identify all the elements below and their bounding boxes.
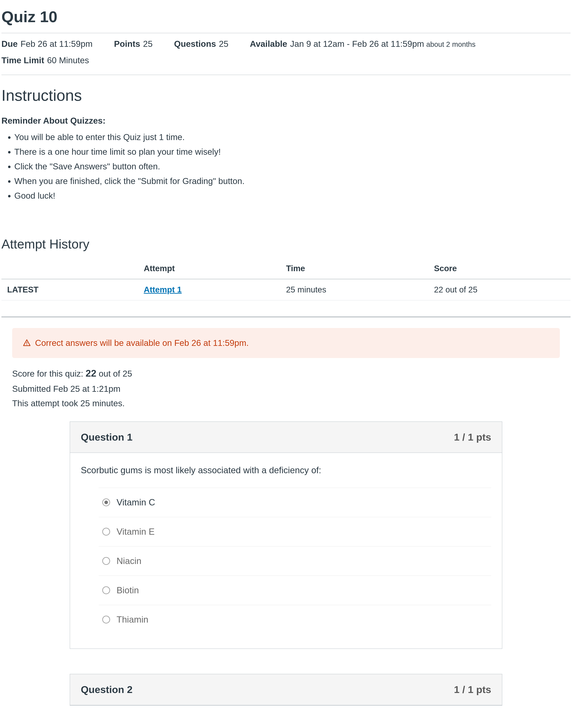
instruction-item: Click the "Save Answers" button often. — [14, 160, 571, 173]
score-value: 22 — [86, 368, 96, 379]
answer-list: Vitamin C Vitamin E Niacin Biotin Thiami… — [99, 488, 491, 634]
question-points: 1 / 1 pts — [454, 682, 491, 697]
meta-available-label: Available — [250, 37, 287, 51]
table-row: LATEST Attempt 1 25 minutes 22 out of 25 — [1, 279, 571, 300]
score-line: Score for this quiz: 22 out of 25 — [12, 365, 560, 382]
divider — [1, 317, 571, 317]
svg-rect-1 — [26, 344, 27, 345]
submitted-line: Submitted Feb 25 at 1:21pm — [12, 382, 560, 396]
radio-icon — [102, 528, 110, 536]
answer-label: Vitamin E — [117, 525, 155, 539]
meta-points-value: 25 — [143, 37, 152, 51]
meta-points: Points 25 — [114, 37, 153, 51]
col-attempt: Attempt — [138, 258, 280, 279]
question-card-2: Question 2 1 / 1 pts — [70, 674, 502, 706]
instruction-item: You will be able to enter this Quiz just… — [14, 131, 571, 144]
col-time: Time — [280, 258, 428, 279]
attempt-link[interactable]: Attempt 1 — [144, 285, 182, 294]
answer-option[interactable]: Vitamin E — [99, 517, 491, 546]
latest-badge: LATEST — [1, 279, 138, 300]
instruction-item: There is a one hour time limit so plan y… — [14, 145, 571, 158]
quiz-meta: Due Feb 26 at 11:59pm Points 25 Question… — [1, 33, 571, 75]
question-header: Question 1 1 / 1 pts — [70, 422, 502, 453]
meta-due-label: Due — [1, 37, 18, 51]
question-title: Question 1 — [81, 430, 133, 444]
question-title: Question 2 — [81, 682, 133, 697]
question-body: Scorbutic gums is most likely associated… — [70, 453, 502, 648]
meta-available: Available Jan 9 at 12am - Feb 26 at 11:5… — [250, 37, 476, 51]
radio-icon — [102, 586, 110, 594]
question-header: Question 2 1 / 1 pts — [70, 674, 502, 705]
question-text: Scorbutic gums is most likely associated… — [81, 464, 491, 477]
answer-label: Niacin — [117, 554, 141, 568]
score-summary: Score for this quiz: 22 out of 25 Submit… — [12, 365, 560, 411]
reminder-label: Reminder About Quizzes: — [1, 114, 571, 127]
question-points: 1 / 1 pts — [454, 430, 491, 444]
meta-timelimit-value: 60 Minutes — [47, 54, 89, 67]
answer-label: Vitamin C — [117, 496, 155, 509]
alert-text: Correct answers will be available on Feb… — [35, 337, 248, 349]
radio-icon — [102, 557, 110, 565]
meta-available-sub: about 2 months — [426, 39, 476, 50]
answer-label: Biotin — [117, 584, 139, 597]
radio-icon — [102, 498, 110, 506]
meta-points-label: Points — [114, 37, 140, 51]
meta-questions: Questions 25 — [174, 37, 228, 51]
radio-icon — [102, 616, 110, 624]
attempt-score: 22 out of 25 — [428, 279, 571, 300]
answer-option[interactable]: Biotin — [99, 576, 491, 605]
svg-rect-0 — [26, 342, 27, 344]
meta-timelimit: Time Limit 60 Minutes — [1, 54, 89, 67]
col-blank — [1, 258, 138, 279]
answer-option[interactable]: Thiamin — [99, 605, 491, 634]
instruction-item: Good luck! — [14, 189, 571, 202]
attempt-history-table: Attempt Time Score LATEST Attempt 1 25 m… — [1, 258, 571, 301]
meta-questions-value: 25 — [219, 37, 228, 51]
attempt-time: 25 minutes — [280, 279, 428, 300]
meta-due: Due Feb 26 at 11:59pm — [1, 37, 92, 51]
instruction-item: When you are finished, click the "Submit… — [14, 175, 571, 187]
col-score: Score — [428, 258, 571, 279]
question-card-1: Question 1 1 / 1 pts Scorbutic gums is m… — [70, 421, 502, 649]
meta-available-value: Jan 9 at 12am - Feb 26 at 11:59pm — [290, 37, 424, 51]
score-prefix: Score for this quiz: — [12, 369, 86, 378]
page-title: Quiz 10 — [1, 5, 571, 28]
instructions-list: You will be able to enter this Quiz just… — [1, 131, 571, 202]
warning-icon — [23, 339, 31, 347]
meta-questions-label: Questions — [174, 37, 216, 51]
answer-option[interactable]: Vitamin C — [99, 488, 491, 517]
duration-line: This attempt took 25 minutes. — [12, 396, 560, 411]
score-suffix: out of 25 — [96, 369, 132, 378]
answer-option[interactable]: Niacin — [99, 546, 491, 576]
meta-timelimit-label: Time Limit — [1, 54, 44, 67]
correct-answers-alert: Correct answers will be available on Feb… — [12, 328, 560, 358]
instructions-heading: Instructions — [1, 84, 571, 107]
attempt-history-heading: Attempt History — [1, 234, 571, 254]
answer-label: Thiamin — [117, 613, 148, 626]
meta-due-value: Feb 26 at 11:59pm — [20, 37, 92, 51]
